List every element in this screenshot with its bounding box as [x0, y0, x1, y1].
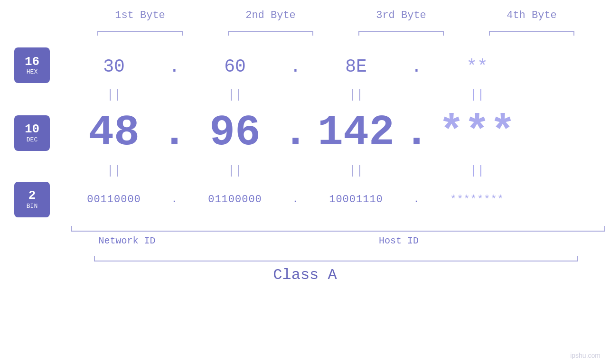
hex-badge: 16 HEX [14, 47, 50, 83]
bin-badge-num: 2 [28, 189, 36, 203]
badge-dec-spacer: 10 DEC [14, 104, 66, 161]
hex-dot2: . [282, 56, 309, 77]
bin-b1: 00110000 [66, 194, 161, 205]
content-area: 16 HEX 10 DEC 2 BIN [0, 45, 610, 246]
bin-row: 00110000 . 01100000 . 10001110 . *******… [66, 180, 610, 218]
hex-b4: ** [430, 56, 525, 77]
class-text: Class A [273, 266, 337, 284]
eq2-b1: || [66, 164, 161, 178]
bottom-brackets-row [66, 222, 610, 232]
dec-badge: 10 DEC [14, 115, 50, 151]
byte2-header: 2nd Byte [223, 9, 318, 21]
eq2-b4: || [430, 164, 525, 178]
id-labels-row: Network ID Host ID [66, 235, 610, 246]
dec-dot2: . [282, 112, 309, 154]
bin-dot1: . [161, 194, 188, 205]
eq1-b4: || [430, 88, 525, 102]
outer-bracket [89, 252, 583, 261]
bracket-byte3 [354, 26, 449, 36]
eq1-spacer [14, 85, 66, 104]
dec-b4: *** [430, 112, 525, 154]
badge-bin-spacer: 2 BIN [14, 180, 66, 218]
bin-badge: 2 BIN [14, 182, 50, 217]
bracket-byte2 [223, 26, 318, 36]
bin-dot2: . [282, 194, 309, 205]
bin-b3: 10001110 [309, 194, 404, 205]
byte1-header: 1st Byte [93, 9, 188, 21]
dec-dot1: . [161, 112, 188, 154]
hex-badge-num: 16 [25, 55, 39, 69]
bracket-byte4 [484, 26, 579, 36]
rows-container: 30 . 60 . 8E . ** || || || || 48 [66, 45, 610, 246]
byte3-header: 3rd Byte [354, 9, 449, 21]
eq1-b3: || [309, 88, 404, 102]
bin-b4: ******** [430, 194, 525, 205]
host-bracket [188, 222, 610, 232]
equals-row-1: || || || || [66, 85, 610, 104]
main-container: 1st Byte 2nd Byte 3rd Byte 4th Byte 16 H… [0, 0, 610, 364]
bin-b2: 01100000 [188, 194, 282, 205]
eq1-b1: || [66, 88, 161, 102]
host-id-text: Host ID [379, 235, 419, 246]
dec-badge-num: 10 [25, 122, 39, 136]
network-bracket [66, 222, 188, 232]
hex-dot3: . [404, 56, 430, 77]
network-id-label: Network ID [66, 235, 188, 246]
hex-dot1: . [161, 56, 188, 77]
dec-dot3: . [404, 112, 430, 154]
class-label: Class A [0, 266, 610, 284]
byte-headers: 1st Byte 2nd Byte 3rd Byte 4th Byte [75, 9, 597, 21]
dec-b2: 96 [188, 112, 282, 154]
dec-badge-label: DEC [27, 136, 38, 143]
bin-badge-label: BIN [27, 203, 38, 210]
host-id-label: Host ID [188, 235, 610, 246]
hex-b3: 8E [309, 56, 404, 77]
dec-b3: 142 [309, 112, 404, 154]
eq2-b2: || [188, 164, 282, 178]
eq2-spacer [14, 161, 66, 180]
byte4-header: 4th Byte [484, 9, 579, 21]
badge-hex-spacer: 16 HEX [14, 45, 66, 85]
eq2-b3: || [309, 164, 404, 178]
network-id-text: Network ID [98, 235, 155, 246]
hex-b2: 60 [188, 56, 282, 77]
eq1-b2: || [188, 88, 282, 102]
bottom-bracket-area: Network ID Host ID [66, 222, 610, 246]
badges-column: 16 HEX 10 DEC 2 BIN [0, 45, 66, 218]
hex-badge-label: HEX [27, 68, 38, 75]
bracket-byte1 [93, 26, 188, 36]
hex-row: 30 . 60 . 8E . ** [66, 47, 610, 85]
dec-b1: 48 [66, 112, 161, 154]
hex-b1: 30 [66, 56, 161, 77]
equals-row-2: || || || || [66, 161, 610, 180]
top-brackets [75, 26, 597, 36]
bin-dot3: . [404, 194, 430, 205]
dec-row: 48 . 96 . 142 . *** [66, 104, 610, 161]
watermark: ipshu.com [570, 352, 601, 359]
